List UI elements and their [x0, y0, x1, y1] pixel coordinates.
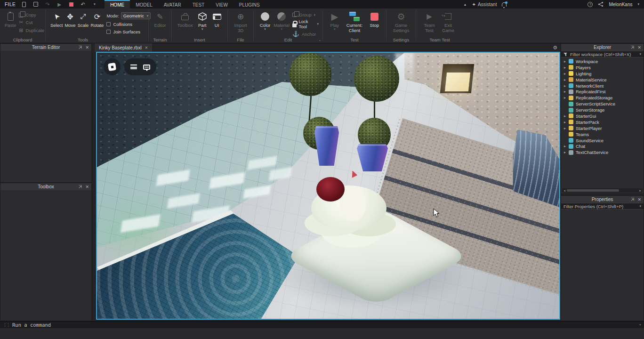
expand-arrow-icon[interactable]: ▸: [564, 120, 569, 124]
undo-icon[interactable]: ↶: [80, 1, 86, 8]
explorer-horizontal-scrollbar[interactable]: ◂ ▸: [562, 188, 643, 193]
move-tool-button[interactable]: ✥ Move: [64, 10, 75, 28]
expand-arrow-icon[interactable]: ▸: [564, 65, 569, 70]
tree-item-materialservice[interactable]: ▸MaterialService: [562, 77, 643, 83]
expand-arrow-icon[interactable]: ▸: [564, 78, 569, 82]
username[interactable]: MelonKans: [609, 2, 632, 7]
team-test-button[interactable]: ▶ Team Test: [421, 10, 438, 33]
tree-item-starterpack[interactable]: ▸StarterPack: [562, 119, 643, 125]
edit-group-expander-icon[interactable]: ⌄: [318, 38, 321, 42]
import-3d-button[interactable]: ⊕ Import 3D: [233, 10, 249, 33]
copy-button[interactable]: Copy: [19, 12, 44, 17]
tree-item-teams[interactable]: Teams: [562, 131, 643, 137]
play-button[interactable]: ▶ Play ▾: [328, 10, 341, 31]
toolbox-button[interactable]: Toolbox: [177, 10, 193, 28]
tree-item-lighting[interactable]: ▸Lighting: [562, 71, 643, 77]
expand-arrow-icon[interactable]: ▸: [564, 150, 569, 154]
close-icon[interactable]: ✕: [85, 45, 89, 50]
quick-access-more-icon[interactable]: ▾: [91, 1, 98, 8]
command-bar-input[interactable]: ⋮⋮ Run a command ▾: [0, 321, 644, 328]
tree-item-workspace[interactable]: ▸Workspace: [562, 58, 643, 65]
current-client-button[interactable]: Current: Client: [343, 10, 365, 33]
expand-arrow-icon[interactable]: ▸: [564, 89, 569, 94]
exit-game-button[interactable]: Exit Game: [440, 10, 457, 33]
undock-icon[interactable]: ⇱: [79, 45, 82, 50]
scale-tool-button[interactable]: ⤢ Scale: [78, 10, 89, 28]
close-icon[interactable]: ✕: [637, 197, 641, 202]
tree-item-startergui[interactable]: ▸StarterGui: [562, 113, 643, 119]
new-file-icon[interactable]: [21, 1, 27, 8]
paste-button[interactable]: Paste: [5, 10, 16, 28]
rotate-tool-button[interactable]: ⟳ Rotate: [90, 10, 104, 28]
tab-avatar[interactable]: AVATAR: [158, 0, 187, 8]
explorer-filter-input[interactable]: Filter workspace (Ctrl+Shift+X) ▾: [561, 51, 644, 57]
undock-icon[interactable]: ⇱: [631, 45, 635, 50]
tree-item-soundservice[interactable]: SoundService: [562, 137, 643, 144]
tree-item-serverscriptservice[interactable]: ServerScriptService: [562, 101, 643, 107]
cut-button[interactable]: ✂Cut: [19, 19, 44, 25]
hamburger-menu-icon[interactable]: [130, 65, 137, 69]
assistant-button[interactable]: ✦ Assistant: [472, 2, 497, 7]
tab-plugins[interactable]: PLUGINS: [233, 0, 266, 8]
expand-arrow-icon[interactable]: ▸: [564, 114, 569, 118]
tree-item-replicatedfirst[interactable]: ▸ReplicatedFirst: [562, 89, 643, 95]
mode-dropdown[interactable]: Geometric▾: [121, 12, 151, 19]
expand-arrow-icon[interactable]: ▸: [564, 144, 569, 148]
material-button[interactable]: Material ▾: [274, 10, 290, 31]
tab-test[interactable]: TEST: [187, 0, 210, 8]
chat-bubble-icon[interactable]: [143, 65, 150, 70]
undock-icon[interactable]: ⇱: [631, 197, 635, 202]
ui-button[interactable]: UI: [211, 10, 223, 28]
terrain-editor-button[interactable]: ✎ Editor: [153, 10, 167, 28]
scroll-left-icon[interactable]: ◂: [562, 189, 567, 193]
expand-arrow-icon[interactable]: ▸: [564, 126, 569, 130]
redo-icon[interactable]: ↷: [44, 1, 51, 8]
tree-item-networkclient[interactable]: ▸NetworkClient: [562, 83, 643, 89]
collisions-checkbox[interactable]: Collisions: [106, 22, 151, 27]
select-tool-button[interactable]: ➤ Select: [50, 10, 63, 28]
undock-icon[interactable]: ⇱: [79, 185, 82, 189]
game-settings-button[interactable]: ⚙ Game Settings: [391, 10, 411, 33]
notifications-bell-icon[interactable]: [502, 2, 507, 7]
share-icon[interactable]: [598, 1, 604, 7]
tree-item-textchatservice[interactable]: ▸TextChatService: [562, 149, 643, 155]
document-tab[interactable]: Kinky Baseplate.rbxl ✕: [95, 43, 152, 52]
expand-arrow-icon[interactable]: ▸: [564, 59, 569, 64]
color-button[interactable]: Color ▾: [258, 10, 272, 31]
collapse-ribbon-icon[interactable]: ▲: [464, 3, 467, 6]
expand-arrow-icon[interactable]: ▸: [564, 84, 569, 88]
stop-button[interactable]: Stop: [368, 10, 381, 28]
expand-arrow-icon[interactable]: ▸: [564, 96, 569, 100]
play-quick-icon[interactable]: ▶: [56, 1, 63, 8]
scrollbar-thumb[interactable]: [567, 189, 619, 192]
anchor-button[interactable]: ⚓Anchor: [292, 31, 319, 37]
tab-home[interactable]: HOME: [105, 0, 130, 8]
expand-arrow-icon[interactable]: ▸: [564, 72, 569, 76]
command-history-caret-icon[interactable]: ▾: [639, 323, 641, 327]
tab-view[interactable]: VIEW: [210, 0, 233, 8]
stop-quick-icon[interactable]: [68, 1, 74, 8]
tree-item-chat[interactable]: ▸Chat: [562, 143, 643, 149]
help-icon[interactable]: ?: [588, 2, 593, 7]
user-menu-caret-icon[interactable]: ▾: [637, 2, 639, 6]
tree-item-players[interactable]: ▸Players: [562, 65, 643, 71]
close-icon[interactable]: ✕: [637, 45, 641, 50]
part-button[interactable]: Part ▾: [195, 10, 209, 31]
tree-item-starterplayer[interactable]: ▸StarterPlayer: [562, 125, 643, 131]
lock-tool-button[interactable]: Lock Tool▾: [292, 19, 319, 29]
roblox-logo-button[interactable]: [104, 58, 121, 75]
viewport-settings-gear-icon[interactable]: ⚙: [553, 45, 557, 51]
tree-item-replicatedstorage[interactable]: ▸ReplicatedStorage: [562, 95, 643, 101]
join-surfaces-checkbox[interactable]: Join Surfaces: [106, 29, 151, 34]
close-icon[interactable]: ✕: [85, 185, 89, 189]
viewport-3d[interactable]: [96, 52, 560, 320]
file-menu[interactable]: FILE: [5, 2, 16, 7]
tab-model[interactable]: MODEL: [130, 0, 158, 8]
tree-item-serverstorage[interactable]: ServerStorage: [562, 107, 643, 113]
tab-close-icon[interactable]: ✕: [145, 46, 148, 50]
viewport-menu-pill[interactable]: [124, 58, 156, 75]
group-button[interactable]: Group▾: [292, 12, 319, 17]
duplicate-button[interactable]: ⊞Duplicate: [19, 27, 44, 33]
open-file-icon[interactable]: [32, 1, 39, 8]
scroll-right-icon[interactable]: ▸: [638, 189, 643, 193]
